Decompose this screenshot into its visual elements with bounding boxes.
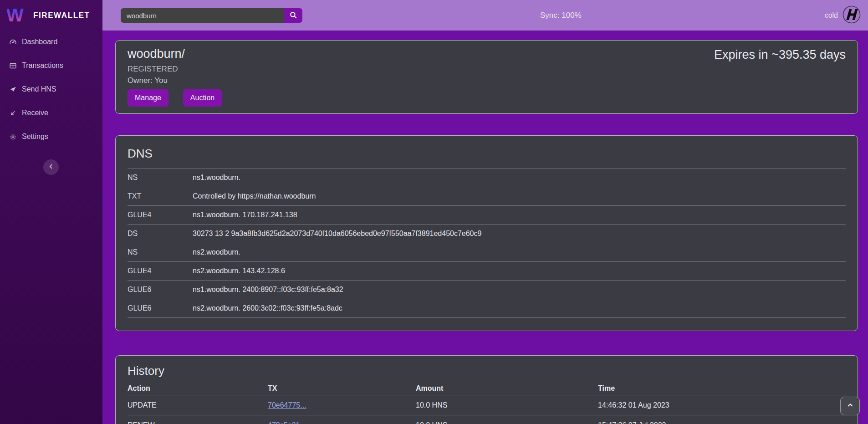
column-header-action: Action bbox=[128, 384, 268, 393]
sidebar-item-label: Receive bbox=[22, 109, 48, 117]
sidebar: W FIREWALLET Dashboard Transactions bbox=[0, 0, 102, 424]
wallet-name: cold bbox=[825, 11, 838, 20]
manage-button[interactable]: Manage bbox=[128, 89, 168, 107]
sidebar-nav: Dashboard Transactions Send HNS Receive bbox=[0, 30, 102, 148]
history-row: UPDATE70e64775...10.0 HNS14:46:32 01 Aug… bbox=[128, 395, 846, 415]
dns-record-type: GLUE6 bbox=[128, 286, 193, 294]
sidebar-item-receive[interactable]: Receive bbox=[0, 101, 102, 125]
dns-record-type: GLUE6 bbox=[128, 304, 193, 312]
chevron-left-icon bbox=[48, 163, 54, 171]
dns-record-row: NSns2.woodburn. bbox=[128, 243, 846, 262]
sidebar-item-transactions[interactable]: Transactions bbox=[0, 54, 102, 77]
history-tx-cell: 478c5e21... bbox=[268, 421, 416, 424]
dns-record-value: ns2.woodburn. 2600:3c02::f03c:93ff:fe5a:… bbox=[193, 304, 342, 312]
history-table-body: UPDATE70e64775...10.0 HNS14:46:32 01 Aug… bbox=[128, 395, 846, 424]
firewallet-logo-icon: W bbox=[7, 5, 28, 26]
dns-record-row: TXTControlled by https://nathan.woodburn bbox=[128, 187, 846, 206]
dns-card: DNS NSns1.woodburn.TXTControlled by http… bbox=[115, 135, 858, 331]
settings-icon bbox=[9, 133, 17, 141]
tx-link[interactable]: 478c5e21... bbox=[268, 421, 306, 424]
search-icon bbox=[289, 11, 297, 20]
history-card-title: History bbox=[128, 364, 846, 378]
dns-record-type: NS bbox=[128, 248, 193, 256]
handshake-icon bbox=[842, 5, 861, 26]
sidebar-item-label: Settings bbox=[22, 133, 48, 141]
sidebar-item-label: Transactions bbox=[22, 61, 63, 70]
chevron-up-icon bbox=[847, 402, 854, 410]
transactions-icon bbox=[9, 62, 17, 70]
dns-record-type: NS bbox=[128, 174, 193, 182]
column-header-time: Time bbox=[598, 384, 846, 393]
domain-card: woodburn/ REGISTERED Owner: You Manage A… bbox=[115, 40, 858, 114]
dns-record-row: NSns1.woodburn. bbox=[128, 169, 846, 187]
history-table-header: Action TX Amount Time bbox=[128, 382, 846, 395]
sidebar-collapse-button[interactable] bbox=[43, 159, 59, 175]
svg-text:W: W bbox=[7, 5, 24, 24]
domain-status: REGISTERED bbox=[128, 65, 846, 74]
dns-record-value: ns2.woodburn. 143.42.128.6 bbox=[193, 267, 285, 275]
column-header-amount: Amount bbox=[416, 384, 598, 393]
expiry-label: Expires in ~395.35 days bbox=[714, 48, 846, 62]
history-tx-cell: 70e64775... bbox=[268, 401, 416, 409]
sidebar-item-label: Dashboard bbox=[22, 38, 57, 46]
dns-table: NSns1.woodburn.TXTControlled by https://… bbox=[128, 168, 846, 318]
sidebar-item-label: Send HNS bbox=[22, 85, 56, 93]
history-amount: 10.0 HNS bbox=[416, 401, 598, 409]
receive-icon bbox=[9, 109, 17, 117]
tx-link[interactable]: 70e64775... bbox=[268, 401, 306, 409]
send-icon bbox=[9, 86, 17, 93]
sync-status: Sync: 100% bbox=[540, 0, 582, 31]
history-action: UPDATE bbox=[128, 401, 268, 409]
search-button[interactable] bbox=[284, 8, 302, 23]
dns-record-row: GLUE4ns2.woodburn. 143.42.128.6 bbox=[128, 262, 846, 281]
dns-record-type: GLUE4 bbox=[128, 211, 193, 219]
dns-record-row: GLUE6ns2.woodburn. 2600:3c02::f03c:93ff:… bbox=[128, 299, 846, 318]
dns-record-value: Controlled by https://nathan.woodburn bbox=[193, 192, 316, 200]
dns-record-value: ns1.woodburn. 170.187.241.138 bbox=[193, 211, 297, 219]
brand-name: FIREWALLET bbox=[33, 11, 90, 20]
app: { "theme": { "background": "#6c0fa2", "s… bbox=[0, 0, 868, 424]
dns-record-type: DS bbox=[128, 230, 193, 238]
auction-button[interactable]: Auction bbox=[183, 89, 222, 107]
domain-owner: Owner: You bbox=[128, 76, 846, 85]
dns-record-row: GLUE6ns1.woodburn. 2400:8907::f03c:93ff:… bbox=[128, 281, 846, 299]
dns-record-value: ns1.woodburn. 2400:8907::f03c:93ff:fe5a:… bbox=[193, 286, 343, 294]
dns-record-value: ns1.woodburn. bbox=[193, 174, 240, 182]
dns-card-title: DNS bbox=[128, 147, 846, 161]
sidebar-item-settings[interactable]: Settings bbox=[0, 125, 102, 148]
history-time: 14:46:32 01 Aug 2023 bbox=[598, 401, 846, 409]
scroll-to-top-button[interactable] bbox=[840, 397, 860, 415]
column-header-tx: TX bbox=[268, 384, 416, 393]
history-row: RENEW478c5e21...10.0 HNS15:47:36 07 Jul … bbox=[128, 415, 846, 424]
search-input[interactable] bbox=[121, 8, 284, 23]
topbar: Sync: 100% cold bbox=[102, 0, 868, 31]
history-time: 15:47:36 07 Jul 2023 bbox=[598, 421, 846, 424]
history-amount: 10.0 HNS bbox=[416, 421, 598, 424]
dns-record-row: GLUE4ns1.woodburn. 170.187.241.138 bbox=[128, 206, 846, 225]
brand: W FIREWALLET bbox=[0, 0, 102, 25]
dns-record-value: 30273 13 2 9a3a8fb3d625d2a2073d740f10da6… bbox=[193, 230, 481, 238]
search-bar bbox=[121, 8, 302, 23]
dashboard-icon bbox=[9, 38, 17, 46]
sidebar-item-dashboard[interactable]: Dashboard bbox=[0, 30, 102, 54]
dns-record-type: GLUE4 bbox=[128, 267, 193, 275]
history-action: RENEW bbox=[128, 421, 268, 424]
history-card: History Action TX Amount Time UPDATE70e6… bbox=[115, 355, 858, 424]
wallet-selector[interactable]: cold bbox=[825, 0, 861, 31]
dns-record-type: TXT bbox=[128, 192, 193, 200]
dns-record-row: DS30273 13 2 9a3a8fb3d625d2a2073d740f10d… bbox=[128, 225, 846, 243]
dns-record-value: ns2.woodburn. bbox=[193, 248, 240, 256]
sidebar-item-send-hns[interactable]: Send HNS bbox=[0, 77, 102, 101]
domain-actions: Manage Auction bbox=[128, 89, 846, 107]
